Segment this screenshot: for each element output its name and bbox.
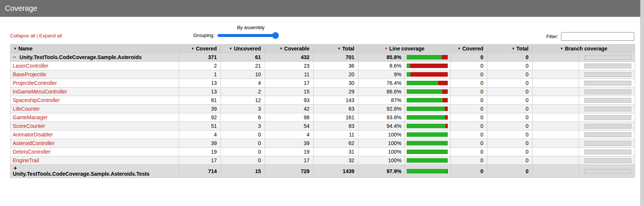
branch-coverage-percent-cell: [533, 130, 579, 139]
uncovered-cell: 21: [221, 62, 265, 70]
table-row: AsteroidController3903962100%00: [10, 139, 635, 148]
coverable-cell: 19: [265, 148, 314, 156]
line-coverage-bar-cell: [405, 165, 451, 178]
covered-cell: 39: [179, 139, 221, 148]
branch-coverage-percent-cell: [533, 87, 579, 96]
class-link[interactable]: LaserController: [13, 63, 49, 69]
name-cell: LifeCounter: [10, 105, 179, 113]
table-row: EngineTrail1701732100%00: [10, 156, 635, 165]
name-cell: BaseProjectile: [10, 70, 179, 79]
class-link[interactable]: LifeCounter: [13, 106, 40, 112]
branch-coverage-bar-cell: [579, 87, 635, 96]
coverable-cell: 11: [265, 70, 314, 79]
uncovered-bar-segment: [446, 124, 448, 128]
branch-total-cell: 0: [487, 130, 533, 139]
line-coverage-percent-cell: 100%: [358, 148, 405, 156]
class-link[interactable]: ScoreCounter: [13, 123, 45, 129]
total-cell: 161: [314, 113, 358, 122]
covered-cell: 19: [179, 148, 221, 156]
line-coverage-percent-cell: 93.8%: [358, 113, 405, 122]
table-row: InGameMenuController132152986.6%00: [10, 87, 635, 96]
branch-coverage-bar: [584, 115, 631, 120]
branch-coverage-percent-cell: [533, 96, 579, 105]
sort-arrow-icon: ▼: [457, 47, 461, 50]
column-header-branch-coverage[interactable]: ▼Branch coverage: [533, 44, 635, 53]
class-link[interactable]: AsteroidController: [13, 140, 55, 146]
branch-covered-cell: 0: [451, 139, 487, 148]
name-cell: EngineTrail: [10, 156, 179, 165]
branch-coverage-bar: [584, 169, 631, 174]
covered-bar-segment: [407, 124, 446, 128]
branch-covered-cell: 0: [451, 105, 487, 113]
class-link[interactable]: SpaceshipController: [13, 97, 60, 103]
covered-bar-segment: [407, 141, 448, 145]
branch-covered-cell: 0: [451, 87, 487, 96]
filter-control: Filter:: [546, 32, 635, 41]
grouping-slider-thumb[interactable]: [272, 32, 279, 39]
line-coverage-bar: [407, 150, 448, 154]
branch-coverage-percent-cell: [533, 122, 579, 130]
collapse-row-icon[interactable]: −: [13, 55, 16, 60]
column-header-branch-total[interactable]: ▼Total: [487, 44, 533, 53]
branch-coverage-bar: [584, 89, 631, 94]
column-header-uncovered[interactable]: ▼Uncovered: [221, 44, 265, 53]
branch-coverage-bar-cell: [579, 156, 635, 165]
total-cell: 701: [314, 53, 358, 62]
covered-bar-segment: [407, 107, 445, 111]
line-coverage-bar-cell: [405, 79, 451, 87]
grouping-label: Grouping:: [193, 33, 215, 38]
coverable-cell: 42: [265, 105, 314, 113]
line-coverage-bar: [407, 89, 448, 94]
branch-coverage-bar: [584, 72, 631, 77]
branch-coverage-bar-cell: [579, 105, 635, 113]
table-row: GameManager9269816193.8%00: [10, 113, 635, 122]
page-title: Coverage: [5, 4, 37, 13]
class-link[interactable]: EngineTrail: [13, 157, 39, 163]
column-header-name[interactable]: ▼Name: [10, 44, 179, 53]
class-link[interactable]: BaseProjectile: [13, 71, 46, 77]
line-coverage-percent-cell: 8.6%: [358, 62, 405, 70]
line-coverage-percent-cell: 86.6%: [358, 87, 405, 96]
class-link[interactable]: InGameMenuController: [13, 89, 67, 95]
covered-cell: 2: [179, 62, 221, 70]
branch-coverage-bar-cell: [579, 148, 635, 156]
column-header-branch-covered[interactable]: ▼Covered: [451, 44, 487, 53]
name-cell: ProjectileController: [10, 79, 179, 87]
branch-coverage-bar-cell: [579, 113, 635, 122]
expand-row-icon[interactable]: +: [13, 166, 179, 171]
class-link[interactable]: ProjectileController: [13, 80, 57, 86]
name-cell: GameManager: [10, 113, 179, 122]
line-coverage-bar: [407, 64, 448, 68]
uncovered-cell: 6: [221, 113, 265, 122]
column-header-covered[interactable]: ▼Covered: [179, 44, 221, 53]
expand-all-link[interactable]: Expand all: [39, 33, 62, 39]
table-row: −Unity.TestTools.CodeCoverage.Sample.Ast…: [10, 53, 635, 62]
branch-coverage-bar-cell: [579, 122, 635, 130]
collapse-all-link[interactable]: Collapse all: [10, 33, 35, 39]
uncovered-bar-segment: [442, 55, 448, 59]
vertical-scrollbar[interactable]: [640, 0, 644, 206]
filter-input[interactable]: [561, 32, 634, 41]
grouping-slider[interactable]: [218, 34, 277, 37]
line-coverage-percent-cell: 87%: [358, 96, 405, 105]
coverage-table-body: −Unity.TestTools.CodeCoverage.Sample.Ast…: [10, 53, 635, 178]
sort-arrow-active-icon: ▼: [384, 47, 388, 50]
tree-links: Collapse all | Expand all: [10, 33, 62, 39]
column-header-coverable[interactable]: ▼Coverable: [265, 44, 314, 53]
class-link[interactable]: DebrisController: [13, 149, 50, 155]
column-header-line-coverage[interactable]: ▼Line coverage: [358, 44, 451, 53]
class-link[interactable]: AnimatorDisabler: [13, 132, 53, 138]
line-coverage-bar-cell: [405, 148, 451, 156]
line-coverage-bar: [407, 124, 448, 128]
table-header-row: ▼Name ▼Covered ▼Uncovered ▼Coverable ▼To…: [10, 44, 635, 53]
line-coverage-bar: [407, 158, 448, 163]
covered-bar-segment: [407, 150, 448, 154]
covered-cell: 13: [179, 87, 221, 96]
column-header-total[interactable]: ▼Total: [314, 44, 358, 53]
class-link[interactable]: GameManager: [13, 114, 47, 120]
branch-coverage-percent-cell: [533, 113, 579, 122]
covered-bar-segment: [407, 98, 443, 102]
line-coverage-bar-cell: [405, 105, 451, 113]
branch-coverage-bar: [584, 107, 631, 111]
table-row: BaseProjectile11011209%00: [10, 70, 635, 79]
